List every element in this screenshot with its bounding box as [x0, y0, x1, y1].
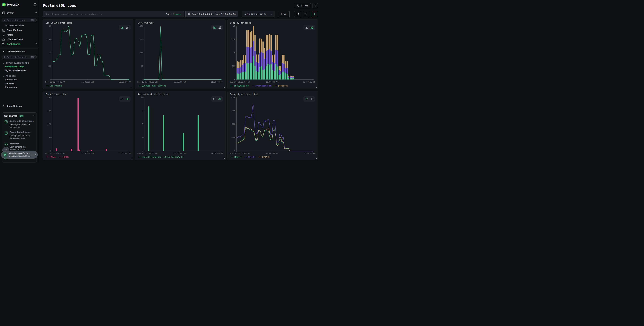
more-options-button[interactable]: ⋮: [312, 3, 318, 8]
chevron-down-icon: [270, 13, 272, 15]
resize-handle[interactable]: [131, 158, 132, 159]
legend-item: ERROR: [59, 156, 68, 158]
sidebar-item-chart-explorer[interactable]: Chart Explorer: [2, 28, 37, 33]
bar-view-button[interactable]: [310, 26, 313, 29]
line-view-button[interactable]: [121, 98, 124, 100]
sidebar-item-clickhouse[interactable]: ClickHouse: [2, 78, 37, 81]
saved-dashboards-input[interactable]: Saved Dashboards ⌘K: [2, 55, 37, 59]
svg-text:12: 12: [141, 96, 143, 98]
resize-handle[interactable]: [131, 87, 132, 88]
user-email: dominic.tran@clickho...: [9, 155, 33, 157]
chart-plot[interactable]: 060120180240Nov 10 12:00:00 AM11:00:00 A…: [45, 96, 131, 156]
resize-handle[interactable]: [224, 158, 224, 159]
sidebar-item-client-sessions[interactable]: Client Sessions: [2, 37, 37, 42]
date-range-picker[interactable]: Nov 10 00:00:00 - Nov 11 00:00:00: [185, 11, 238, 17]
chart-plot[interactable]: 05001K1.5K2KNov 10 12:00:00 AM11:00:00 A…: [230, 24, 316, 84]
chart-plot[interactable]: 036912Nov 10 12:00:00 AM11:00:00 AM11:30…: [137, 96, 224, 156]
sql-mode-toggle[interactable]: SQL: [166, 13, 170, 16]
line-view-button[interactable]: [305, 26, 308, 29]
sidebar-item-nginx-logs-dashboard[interactable]: Nginx logs dashboard: [2, 68, 37, 72]
legend-item: INSERT: [231, 156, 241, 158]
line-view-button[interactable]: [305, 98, 308, 100]
sidebar-item-services[interactable]: Services: [2, 81, 37, 85]
chart-view-toggle: [211, 96, 223, 102]
event-search-input[interactable]: Search your events w/ Lucene ex. column:…: [43, 11, 184, 17]
tags-button[interactable]: 0 Tags: [295, 3, 311, 8]
sidebar-item-team-settings[interactable]: ⚙ Team Settings: [2, 104, 37, 108]
chart-legend: Log volume: [45, 84, 131, 88]
legend-item: analytics_db: [231, 85, 249, 87]
lucene-mode-toggle[interactable]: Lucene: [173, 13, 181, 16]
chart-view-toggle: [304, 25, 315, 30]
get-started-title: Get Started: [4, 115, 18, 117]
svg-text:500: 500: [232, 65, 235, 67]
svg-text:180: 180: [48, 110, 51, 112]
chart-plot[interactable]: 085170255340Nov 10 12:00:00 AM11:00:00 A…: [137, 24, 224, 84]
toolbar: Search your events w/ Lucene ex. column:…: [43, 11, 318, 17]
sidebar-collapse-button[interactable]: [33, 3, 37, 6]
line-view-button[interactable]: [213, 26, 216, 29]
granularity-select[interactable]: Auto Granularity: [242, 11, 274, 17]
bar-view-button[interactable]: [126, 98, 129, 100]
svg-text:Nov 10 12:00:00 AM: Nov 10 12:00:00 AM: [230, 81, 250, 83]
user-menu[interactable]: D dominic.tran@clic... dominic.tran@clic…: [1, 151, 38, 159]
get-started-progress-badge: 3/3: [19, 115, 24, 117]
resize-handle[interactable]: [224, 87, 224, 88]
svg-text:300: 300: [232, 136, 235, 138]
sidebar-item-label: Team Settings: [7, 105, 22, 108]
tag-icon: [297, 5, 300, 7]
refresh-icon: [296, 13, 299, 16]
legend-item: UPDATE: [259, 156, 270, 158]
line-view-button[interactable]: [213, 98, 216, 100]
filter-button[interactable]: [303, 11, 309, 17]
line-view-button[interactable]: [121, 26, 124, 29]
svg-text:11:00:00 AM: 11:00:00 AM: [174, 152, 186, 154]
get-started-item-connect[interactable]: Connect to ClickHouse Set up your databa…: [4, 120, 34, 128]
chart-card-auth-failures: Authentication failures 036912Nov 10 12:…: [135, 91, 226, 160]
sidebar-item-dashboards[interactable]: Dashboards: [2, 42, 37, 46]
presets-section-header[interactable]: PRESETS: [2, 74, 37, 78]
sidebar-item-alerts[interactable]: Alerts: [2, 33, 37, 37]
dashboard-grid: Log volume over time 05001K1.5K2KNov 10 …: [43, 19, 318, 160]
svg-text:11:30:00 PM: 11:30:00 PM: [303, 81, 316, 83]
sidebar-item-search[interactable]: Search: [2, 11, 37, 15]
resize-handle[interactable]: [316, 87, 317, 88]
create-dashboard-button[interactable]: + Create Dashboard: [2, 49, 37, 54]
chart-plot[interactable]: 03006009001.2KNov 10 12:00:00 AM11:00:00…: [230, 96, 316, 156]
saved-dashboards-section-header[interactable]: SAVED DASHBOARDS: [2, 61, 37, 65]
refresh-button[interactable]: [294, 11, 301, 17]
sidebar-item-label: Dashboards: [7, 43, 20, 45]
sidebar-item-postgresql-logs[interactable]: PostgreSQL Logs: [2, 65, 37, 68]
bar-view-button[interactable]: [310, 98, 313, 100]
section-header-label: PRESETS: [6, 75, 16, 77]
svg-text:1K: 1K: [49, 52, 51, 54]
play-icon: [313, 13, 316, 16]
chevron-up-icon[interactable]: [33, 115, 35, 117]
filter-icon: [304, 13, 308, 16]
svg-text:11:00:00 AM: 11:00:00 AM: [174, 81, 186, 83]
sidebar-item-label: Alerts: [7, 34, 13, 36]
svg-text:2K: 2K: [233, 25, 236, 27]
bar-view-button[interactable]: [218, 26, 221, 29]
svg-text:11:00:00 AM: 11:00:00 AM: [81, 81, 94, 83]
chevron-down-icon: [3, 62, 4, 64]
run-query-button[interactable]: [311, 11, 318, 17]
live-button[interactable]: Live: [278, 11, 290, 17]
sidebar-item-kubernetes[interactable]: Kubernetes: [2, 85, 37, 89]
tags-label: 0 Tags: [301, 5, 308, 7]
chart-plot[interactable]: 05001K1.5K2KNov 10 12:00:00 AM11:00:00 A…: [45, 24, 131, 84]
hyperdx-logo-icon: ⚡: [2, 3, 6, 7]
svg-text:11:30:00 PM: 11:30:00 PM: [118, 152, 131, 154]
bar-view-button[interactable]: [126, 26, 129, 29]
resize-handle[interactable]: [316, 158, 317, 159]
bar-view-button[interactable]: [218, 98, 221, 100]
saved-searches-input[interactable]: Saved Searches ⌘K: [2, 18, 37, 22]
main-content: PostgreSQL Logs 0 Tags ⋮ Search your eve…: [39, 0, 322, 163]
get-started-item-desc: Start sending logs, metrics, or traces: [10, 146, 34, 151]
chart-card-query-types: Query types over time 03006009001.2KNov …: [228, 91, 318, 160]
legend-item: postgres: [275, 85, 288, 87]
granularity-value: Auto Granularity: [244, 13, 266, 16]
saved-searches-placeholder: Saved Searches: [7, 19, 29, 21]
get-started-item-sources[interactable]: Create Data Sources Configure where your…: [4, 131, 34, 140]
svg-text:340: 340: [140, 25, 143, 27]
